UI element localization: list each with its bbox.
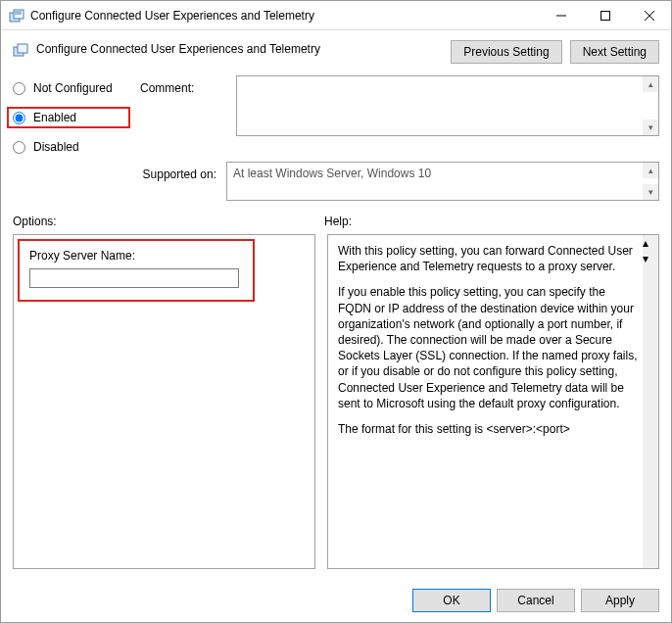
radio-not-configured-label: Not Configured (33, 81, 113, 95)
svg-rect-9 (18, 44, 27, 53)
supported-row: Supported on: At least Windows Server, W… (13, 162, 659, 201)
apply-button[interactable]: Apply (581, 589, 659, 612)
nav-buttons: Previous Setting Next Setting (451, 40, 659, 64)
radio-disabled[interactable]: Disabled (13, 140, 130, 154)
policy-dialog: Configure Connected User Experiences and… (0, 0, 672, 623)
maximize-button[interactable] (583, 1, 627, 29)
window-controls (539, 1, 671, 29)
section-labels: Options: Help: (13, 215, 659, 228)
svg-rect-5 (600, 11, 609, 20)
previous-setting-button[interactable]: Previous Setting (451, 40, 561, 64)
close-button[interactable] (627, 1, 671, 29)
cancel-button[interactable]: Cancel (497, 589, 575, 612)
help-paragraph-3: The format for this setting is <server>:… (338, 421, 639, 437)
maximize-icon (600, 11, 610, 21)
help-label: Help: (324, 215, 352, 228)
proxy-server-label: Proxy Server Name: (29, 249, 243, 263)
radio-not-configured[interactable]: Not Configured (13, 81, 130, 95)
help-paragraph-1: With this policy setting, you can forwar… (338, 243, 639, 274)
next-setting-button[interactable]: Next Setting (570, 40, 659, 64)
scroll-up-icon[interactable]: ▴ (643, 235, 658, 251)
content-area: Configure Connected User Experiences and… (1, 30, 671, 579)
radio-disabled-label: Disabled (33, 140, 79, 154)
scroll-down-icon[interactable]: ▾ (643, 120, 658, 135)
titlebar: Configure Connected User Experiences and… (1, 1, 671, 30)
page-title: Configure Connected User Experiences and… (36, 40, 443, 56)
scroll-down-icon[interactable]: ▾ (643, 251, 658, 266)
options-label: Options: (13, 215, 324, 228)
supported-on-value: At least Windows Server, Windows 10 (233, 167, 431, 180)
state-radios: Not Configured Enabled Disabled (13, 75, 130, 154)
comment-textarea[interactable]: ▴ ▾ (236, 75, 659, 136)
help-scrollbar[interactable]: ▴ ▾ (643, 235, 658, 568)
header-row: Configure Connected User Experiences and… (13, 40, 659, 64)
radio-enabled-input[interactable] (13, 112, 25, 124)
close-icon (645, 11, 654, 21)
ok-button[interactable]: OK (412, 589, 491, 612)
scroll-up-icon[interactable]: ▴ (643, 163, 658, 178)
radio-enabled[interactable]: Enabled (7, 107, 130, 128)
radio-not-configured-input[interactable] (13, 82, 25, 95)
panels: Proxy Server Name: With this policy sett… (13, 234, 659, 569)
minimize-icon (556, 11, 566, 21)
supported-on-box: At least Windows Server, Windows 10 ▴ ▾ (226, 162, 659, 201)
help-panel: With this policy setting, you can forwar… (327, 234, 659, 569)
proxy-server-input[interactable] (29, 268, 239, 288)
comment-label: Comment: (140, 75, 226, 154)
dialog-footer: OK Cancel Apply (1, 579, 671, 622)
help-paragraph-2: If you enable this policy setting, you c… (338, 284, 639, 411)
radio-enabled-label: Enabled (33, 111, 76, 124)
radio-disabled-input[interactable] (13, 141, 25, 154)
config-row: Not Configured Enabled Disabled Comment:… (13, 75, 659, 154)
options-panel: Proxy Server Name: (13, 234, 315, 569)
scroll-down-icon[interactable]: ▾ (643, 184, 658, 200)
window-title: Configure Connected User Experiences and… (30, 9, 539, 23)
scroll-up-icon[interactable]: ▴ (643, 76, 658, 92)
proxy-section: Proxy Server Name: (18, 239, 255, 302)
app-icon (9, 8, 24, 24)
supported-on-label: Supported on: (13, 162, 216, 181)
policy-icon (13, 42, 28, 58)
minimize-button[interactable] (539, 1, 583, 29)
